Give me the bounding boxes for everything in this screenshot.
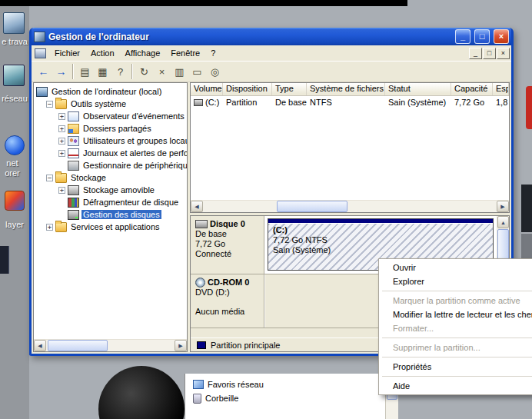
desktop-icon-internet-explorer-label[interactable]: net orer	[0, 158, 25, 178]
disposition-cell: Partition	[223, 97, 272, 108]
tree-item-services-applications[interactable]: + Services et applications	[35, 221, 187, 233]
volume-row-c[interactable]: (C:) Partition De base NTFS Sain (Systèm…	[191, 96, 509, 108]
desktop-icon-music[interactable]	[0, 246, 9, 274]
tree-horizontal-scrollbar[interactable]: ◀ ▶	[34, 339, 187, 351]
context-menu-aide[interactable]: Aide	[381, 379, 532, 393]
title-bar[interactable]: Gestion de l'ordinateur _ □ ×	[32, 28, 511, 45]
freespace-cell: 1,8	[493, 97, 509, 108]
scrollbar-thumb[interactable]	[48, 340, 108, 351]
context-menu-explorer[interactable]: Explorer	[381, 274, 532, 288]
menu-fenetre[interactable]: Fenêtre	[165, 47, 205, 59]
help-button[interactable]: ?	[111, 63, 129, 80]
scrollbar-track[interactable]	[203, 201, 497, 212]
tree-item-corbeille[interactable]: Corbeille	[193, 391, 398, 405]
show-console-tree-button[interactable]: ▤	[76, 63, 94, 80]
desktop-icon-media-player-label[interactable]: layer	[0, 220, 29, 230]
mdi-system-icon[interactable]	[35, 48, 46, 58]
disk0-info[interactable]: Disque 0 De base 7,72 Go Connecté	[191, 216, 264, 274]
disk0-status: Connecté	[195, 249, 262, 259]
column-header-type[interactable]: Type	[272, 83, 307, 95]
expand-icon[interactable]: +	[58, 138, 65, 145]
desktop-icon-network[interactable]	[3, 65, 25, 86]
screen-fragment-dark	[521, 185, 532, 232]
open-button[interactable]: ▭	[188, 63, 206, 80]
tree-item-dossiers-partages[interactable]: + Dossiers partagés	[35, 122, 187, 135]
scrollbar-thumb[interactable]	[277, 201, 347, 212]
volume-list-horizontal-scrollbar[interactable]: ◀ ▶	[191, 200, 509, 212]
drive-icon	[194, 99, 203, 106]
tree-item-label: Corbeille	[205, 394, 238, 403]
expander-placeholder	[58, 162, 65, 169]
collapse-icon[interactable]: −	[46, 175, 53, 181]
scrollbar-track[interactable]	[46, 340, 175, 351]
properties-button[interactable]: ▥	[171, 63, 188, 80]
menu-action[interactable]: Action	[85, 47, 120, 59]
column-header-disposition[interactable]: Disposition	[223, 83, 272, 95]
scroll-left-button[interactable]: ◀	[34, 340, 46, 351]
context-menu-modifier-lettre[interactable]: Modifier la lettre de lecteur et les che…	[381, 308, 532, 321]
mdi-restore-button[interactable]: □	[483, 48, 496, 59]
column-header-statut[interactable]: Statut	[385, 83, 451, 95]
column-header-capacite[interactable]: Capacité	[451, 83, 493, 95]
desktop-icon-computer-label[interactable]: e trava	[0, 37, 29, 47]
delete-button[interactable]: ×	[153, 63, 171, 80]
disk0-type: De base	[195, 229, 262, 239]
context-menu: Ouvrir Explorer Marquer la partition com…	[378, 258, 532, 395]
expand-icon[interactable]: +	[58, 150, 65, 157]
tree-item-stockage-amovible[interactable]: + Stockage amovible	[35, 184, 187, 196]
primary-partition-swatch	[197, 341, 206, 349]
menu-aide[interactable]: ?	[205, 47, 221, 59]
cdrom-info[interactable]: CD-ROM 0 DVD (D:) Aucun média	[191, 274, 264, 328]
refresh-button[interactable]: ↻	[135, 63, 153, 80]
column-header-espace-libre[interactable]: Espace libre	[493, 83, 509, 95]
forward-button[interactable]: →	[52, 63, 70, 80]
tree-item-defragmenteur[interactable]: Défragmenteur de disque	[35, 196, 187, 208]
scroll-right-button[interactable]: ▶	[497, 201, 509, 212]
scroll-up-button[interactable]: ▲	[497, 216, 509, 228]
tree-item-utilisateurs-groupes[interactable]: + Utilisateurs et groupes locaux	[35, 135, 187, 147]
volume-list-header: Volume Disposition Type Système de fichi…	[191, 83, 509, 96]
scroll-left-button[interactable]: ◀	[191, 201, 203, 212]
tree-item-outils-systeme[interactable]: − Outils système	[35, 98, 187, 110]
collapse-icon[interactable]: −	[46, 101, 53, 108]
tree-item-gestionnaire-peripheriques[interactable]: Gestionnaire de périphériques	[35, 159, 187, 171]
menu-fichier[interactable]: Fichier	[49, 47, 85, 59]
expand-icon[interactable]: +	[58, 187, 65, 194]
find-button[interactable]: ◎	[206, 63, 224, 80]
background-window: Favoris réseau Corbeille	[185, 374, 398, 419]
desktop-icon-internet-explorer[interactable]	[5, 135, 25, 155]
back-button[interactable]: ←	[35, 63, 52, 80]
context-menu-ouvrir[interactable]: Ouvrir	[381, 261, 532, 274]
tree-item-observateur-evenements[interactable]: + Observateur d'événements	[35, 110, 187, 122]
tree-item-favoris-reseau[interactable]: Favoris réseau	[193, 377, 398, 391]
desktop-icon-computer[interactable]	[3, 12, 25, 34]
desktop-icon-media-player[interactable]	[5, 191, 25, 211]
desktop-speaker	[98, 366, 185, 419]
close-button[interactable]: ×	[494, 29, 509, 44]
column-header-systeme-fichiers[interactable]: Système de fichiers	[307, 83, 385, 95]
expand-icon[interactable]: +	[58, 113, 65, 120]
context-menu-proprietes[interactable]: Propriétés	[381, 360, 532, 374]
type-cell: De base	[272, 97, 307, 108]
expand-icon[interactable]: +	[46, 224, 53, 231]
mdi-close-button[interactable]: ×	[497, 48, 510, 59]
column-header-volume[interactable]: Volume	[191, 83, 223, 95]
maximize-button[interactable]: □	[474, 29, 490, 44]
expand-icon[interactable]: +	[58, 125, 65, 132]
toolbar-separator	[72, 64, 74, 79]
minimize-button[interactable]: _	[455, 29, 470, 44]
mdi-minimize-button[interactable]: _	[469, 48, 482, 59]
tree-item-gestion-des-disques[interactable]: Gestion des disques	[35, 208, 187, 221]
spacer	[195, 298, 262, 307]
screen-fragment-red	[526, 86, 532, 129]
scroll-right-button[interactable]: ▶	[175, 340, 187, 351]
export-list-button[interactable]: ▦	[94, 63, 111, 80]
removable-storage-icon	[68, 185, 79, 195]
tree-item-gestion-ordinateur[interactable]: Gestion de l'ordinateur (local)	[35, 85, 187, 98]
tree-item-stockage[interactable]: − Stockage	[35, 171, 187, 184]
tree-item-journaux-alertes[interactable]: + Journaux et alertes de performance	[35, 147, 187, 159]
computer-management-icon	[34, 32, 45, 42]
menu-affichage[interactable]: Affichage	[120, 47, 166, 59]
tree-item-label: Favoris réseau	[208, 380, 264, 389]
desktop-icon-network-label[interactable]: réseau	[0, 94, 29, 104]
